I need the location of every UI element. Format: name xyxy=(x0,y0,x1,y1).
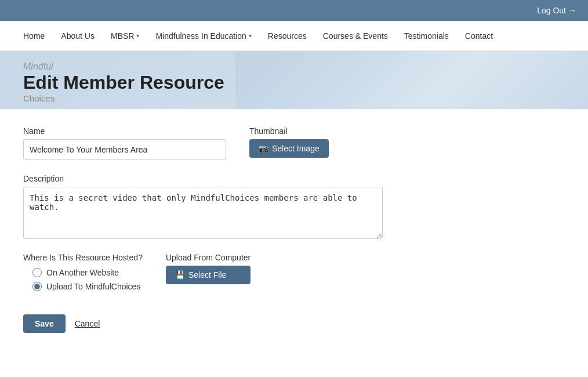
nav-resources[interactable]: Resources xyxy=(268,31,307,41)
save-button[interactable]: Save xyxy=(23,314,66,333)
image-icon: 📷 xyxy=(259,144,268,153)
hosting-upload-row: Where Is This Resource Hosted? On Anothe… xyxy=(23,253,565,309)
cancel-button[interactable]: Cancel xyxy=(75,319,100,328)
nav-mindfulness-in-education[interactable]: Mindfulness In Education ▾ xyxy=(155,31,251,41)
main-content: Name Thumbnail 📷 Select Image Descriptio… xyxy=(0,109,588,350)
name-label: Name xyxy=(23,126,226,136)
logout-label: Log Out xyxy=(537,6,566,15)
select-image-button[interactable]: 📷 Select Image xyxy=(249,139,329,158)
name-group: Name xyxy=(23,126,226,160)
description-input[interactable] xyxy=(23,187,383,239)
hero-banner: Mindful Edit Member Resource Choices xyxy=(0,51,588,109)
hosting-label: Where Is This Resource Hosted? xyxy=(23,253,143,262)
nav-mbsr[interactable]: MBSR ▾ xyxy=(111,31,139,41)
nav-testimonials[interactable]: Testimonials xyxy=(404,31,449,41)
top-bar: Log Out → xyxy=(0,0,588,21)
thumbnail-label: Thumbnail xyxy=(249,126,329,136)
nav-home[interactable]: Home xyxy=(23,31,45,41)
option-another-website[interactable]: On Another Website xyxy=(32,268,143,277)
mbsr-chevron-icon: ▾ xyxy=(136,32,139,39)
radio-upload-mindfulchoices[interactable] xyxy=(32,282,42,291)
hero-subtitle: Choices xyxy=(23,93,565,103)
nav-about-us[interactable]: About Us xyxy=(61,31,95,41)
name-thumbnail-row: Name Thumbnail 📷 Select Image xyxy=(23,126,565,160)
page-title: Edit Member Resource xyxy=(23,72,565,93)
mindfulness-chevron-icon: ▾ xyxy=(249,32,252,39)
hero-brand: Mindful xyxy=(23,61,565,72)
description-label: Description xyxy=(23,174,383,183)
hosting-section: Where Is This Resource Hosted? On Anothe… xyxy=(23,253,143,291)
select-file-button[interactable]: 💾 Select File xyxy=(166,266,251,284)
nav-contact[interactable]: Contact xyxy=(465,31,493,41)
option-upload-mindfulchoices[interactable]: Upload To MindfulChoices xyxy=(32,282,143,291)
name-input[interactable] xyxy=(23,139,226,160)
logout-link[interactable]: Log Out → xyxy=(537,6,576,15)
file-icon: 💾 xyxy=(175,270,185,280)
nav-courses-events[interactable]: Courses & Events xyxy=(323,31,388,41)
main-nav: Home About Us MBSR ▾ Mindfulness In Educ… xyxy=(0,21,588,51)
hosting-options: On Another Website Upload To MindfulChoi… xyxy=(32,268,143,291)
description-group: Description xyxy=(23,174,383,239)
logout-icon: → xyxy=(568,6,576,15)
upload-section: Upload From Computer 💾 Select File xyxy=(166,253,251,284)
thumbnail-group: Thumbnail 📷 Select Image xyxy=(249,126,329,158)
description-row: Description xyxy=(23,174,565,239)
upload-label: Upload From Computer xyxy=(166,253,251,262)
radio-another-website[interactable] xyxy=(32,268,42,277)
action-row: Save Cancel xyxy=(23,314,565,333)
